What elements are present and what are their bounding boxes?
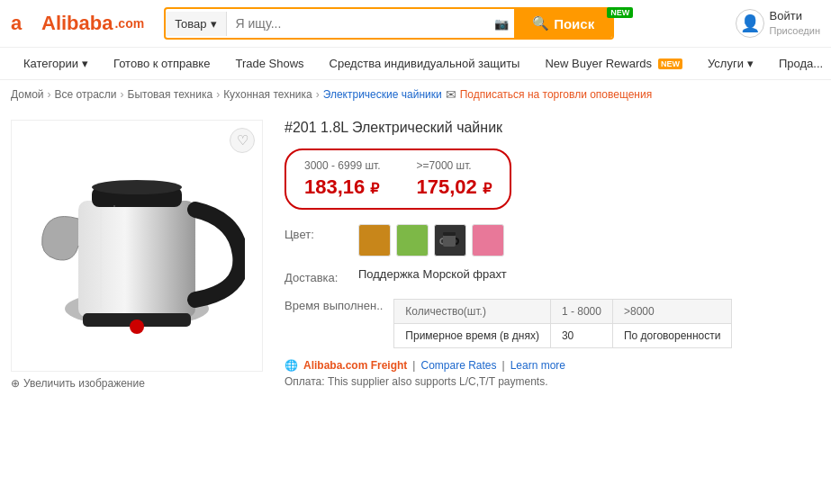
compare-rates-link[interactable]: Compare Rates — [420, 359, 496, 372]
svg-point-6 — [130, 320, 144, 334]
nav-item-tradeshows[interactable]: Trade Shows — [222, 48, 316, 79]
breadcrumb-all-industries[interactable]: Все отрасли — [55, 88, 117, 101]
nav-sell-label: Прода... — [779, 57, 823, 70]
kettle-swatch-icon — [439, 230, 461, 251]
breadcrumb-home-appliances[interactable]: Бытовая техника — [128, 88, 213, 101]
search-icon: 🔍 — [532, 15, 549, 32]
subscribe-link[interactable]: Подписаться на торговли оповещения — [460, 88, 653, 101]
svg-rect-9 — [443, 234, 456, 247]
chevron-down-icon: ▾ — [747, 57, 754, 70]
product-image-section: ♡ ⊕ Увеличить изображение — [11, 120, 263, 390]
sep-2: › — [121, 88, 124, 101]
nav-safety-label: Средства индивидуальной защиты — [330, 57, 520, 70]
color-swatch-1[interactable] — [358, 224, 391, 256]
color-swatch-3[interactable] — [434, 224, 466, 256]
product-image-container: ♡ — [11, 120, 263, 372]
price-qty-2: >=7000 шт. — [417, 159, 492, 172]
search-category-label: Товар — [175, 17, 206, 31]
search-bar: Товар ▾ 📷 🔍 Поиск — [164, 7, 614, 40]
search-button[interactable]: 🔍 Поиск — [514, 9, 612, 38]
nav-item-ready[interactable]: Готово к отправке — [101, 48, 222, 79]
product-area: ♡ ⊕ Увеличить изображение #201 1.8L Элек… — [0, 109, 831, 400]
breadcrumb-current[interactable]: Электрические чайники — [323, 88, 442, 101]
chevron-down-icon: ▾ — [211, 17, 217, 31]
time-label: Время выполнен.. — [285, 295, 383, 312]
nav-rewards-label: New Buyer Rewards — [545, 57, 652, 70]
sep-4: › — [316, 88, 320, 101]
table-cell-time-label: Примерное время (в днях) — [394, 324, 551, 348]
logo[interactable]: a Alibaba.com — [11, 12, 144, 35]
alibaba-logo-icon: a — [11, 14, 40, 33]
table-header-qty: Количество(шт.) — [394, 300, 551, 324]
price-tier-1: 3000 - 6999 шт. 183,16 ₽ — [304, 159, 381, 199]
product-details: #201 1.8L Электрический чайник 3000 - 69… — [285, 120, 820, 390]
new-badge: NEW — [658, 58, 682, 69]
camera-icon[interactable]: 📷 — [489, 12, 514, 36]
chevron-down-icon: ▾ — [82, 57, 88, 70]
svg-rect-2 — [78, 201, 195, 318]
breadcrumb-home[interactable]: Домой — [11, 88, 44, 101]
signin-label[interactable]: Войти — [770, 9, 820, 24]
nav-ready-label: Готово к отправке — [113, 57, 210, 70]
product-title: #201 1.8L Электрический чайник — [285, 120, 820, 136]
sep-3: › — [216, 88, 220, 101]
sep-1: › — [48, 88, 51, 101]
nav-services-label: Услуги — [708, 57, 744, 70]
mail-icon: ✉ — [446, 87, 456, 102]
price-value-2: 175,02 — [417, 176, 477, 198]
breadcrumb-kitchen-tech[interactable]: Кухонная техника — [223, 88, 312, 101]
color-swatches — [358, 224, 504, 256]
table-row: Примерное время (в днях) 30 По договорен… — [394, 324, 732, 348]
zoom-icon: ⊕ — [11, 377, 20, 390]
color-swatch-4[interactable] — [472, 224, 504, 256]
join-label[interactable]: Присоедин — [770, 24, 820, 37]
freight-brand: Alibaba.com Freight — [303, 359, 407, 372]
search-button-label: Поиск — [554, 16, 594, 32]
nav-item-sell[interactable]: Прода... — [766, 48, 831, 79]
nav-item-rewards[interactable]: New Buyer Rewards NEW — [532, 48, 695, 79]
freight-divider2: | — [502, 359, 505, 372]
logo-com: .com — [114, 16, 144, 31]
price-currency-1: ₽ — [370, 181, 379, 196]
freight-row: 🌐 Alibaba.com Freight | Compare Rates | … — [285, 359, 820, 372]
user-avatar-icon: 👤 — [736, 9, 764, 38]
heart-icon: ♡ — [237, 132, 248, 148]
nav-item-services[interactable]: Услуги ▾ — [695, 48, 766, 79]
search-input[interactable] — [227, 11, 490, 36]
svg-point-4 — [92, 180, 182, 194]
price-amount-1: 183,16 ₽ — [304, 176, 381, 199]
new-search-badge: NEW — [607, 7, 633, 18]
nav-item-categories[interactable]: Категории ▾ — [11, 48, 101, 79]
color-label: Цвет: — [285, 224, 348, 241]
time-row: Время выполнен.. Количество(шт.) 1 - 800… — [285, 295, 820, 348]
svg-text:a: a — [11, 14, 23, 33]
price-tier-2: >=7000 шт. 175,02 ₽ — [417, 159, 492, 199]
svg-rect-10 — [443, 232, 456, 236]
search-category-dropdown[interactable]: Товар ▾ — [166, 12, 226, 36]
zoom-label: Увеличить изображение — [23, 377, 145, 390]
nav-item-safety[interactable]: Средства индивидуальной защиты — [317, 48, 533, 79]
logo-text: Alibaba — [41, 12, 113, 35]
user-menu[interactable]: 👤 Войти Присоедин — [736, 9, 820, 38]
price-qty-1: 3000 - 6999 шт. — [304, 159, 381, 172]
color-row: Цвет: — [285, 224, 820, 256]
delivery-time-table: Количество(шт.) 1 - 8000 >8000 Примерное… — [393, 299, 732, 348]
learn-more-link[interactable]: Learn more — [510, 359, 565, 372]
zoom-link[interactable]: ⊕ Увеличить изображение — [11, 377, 263, 390]
nav-tradeshows-label: Trade Shows — [235, 57, 303, 70]
product-image — [29, 129, 245, 363]
price-currency-2: ₽ — [483, 181, 492, 196]
color-swatch-2[interactable] — [396, 224, 429, 256]
price-amount-2: 175,02 ₽ — [417, 176, 492, 199]
table-header-row: Количество(шт.) 1 - 8000 >8000 — [394, 300, 732, 324]
table-header-range1: 1 - 8000 — [550, 300, 612, 324]
table-cell-time-1: 30 — [550, 324, 612, 348]
payment-note: Оплата: This supplier also supports L/C,… — [285, 375, 820, 388]
pricing-table: 3000 - 6999 шт. 183,16 ₽ >=7000 шт. 175,… — [285, 148, 511, 210]
wishlist-button[interactable]: ♡ — [230, 128, 255, 153]
table-header-range2: >8000 — [612, 300, 731, 324]
header: a Alibaba.com Товар ▾ 📷 🔍 Поиск NEW 👤 Во… — [0, 0, 831, 48]
table-cell-time-2: По договоренности — [612, 324, 731, 348]
delivery-value: Поддержка Морской фрахт — [358, 267, 507, 281]
globe-icon: 🌐 — [285, 359, 298, 372]
